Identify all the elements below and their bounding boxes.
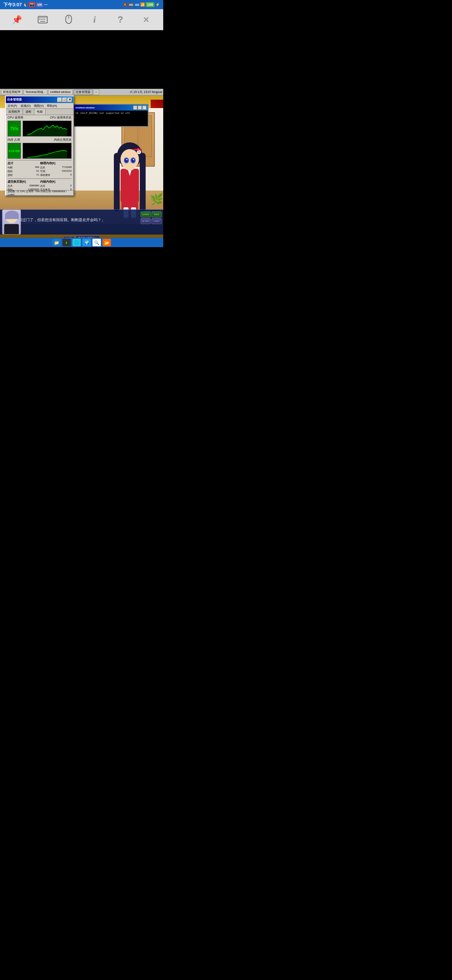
cpu-usage-label: CPU 使用率 <box>8 116 23 120</box>
handles-label: 句柄 <box>8 166 13 170</box>
tab-applications[interactable]: 应用程序 <box>6 109 23 115</box>
svg-point-27 <box>125 164 135 170</box>
taskbar-all-apps[interactable]: 所有应用程序 <box>1 89 23 95</box>
available-mem-row: 可用 2323216 <box>40 170 72 173</box>
folder-app-icon[interactable]: 📂 <box>103 239 111 246</box>
load-button[interactable]: LOAD <box>152 218 162 224</box>
tm-close[interactable]: ✕ <box>67 98 72 102</box>
terminal-maximize[interactable]: □ <box>138 106 142 110</box>
mem-usage-row: 6.28 MB <box>6 142 73 160</box>
taskbar-terminal[interactable]: Terminal 终端 - <box>23 89 47 95</box>
dialogue-buttons: QSAVE SAVE QLOAD LOAD <box>141 211 162 224</box>
help-button[interactable]: ? <box>113 12 128 27</box>
sys-cache-row: 系统缓存 0 <box>40 173 72 177</box>
tm-stats-section: 总计 句柄 499 线程 51 进程 11 物理内存(K) <box>6 161 73 178</box>
tm-maximize[interactable]: □ <box>62 98 67 102</box>
tm-minimize[interactable]: _ <box>57 98 62 102</box>
svg-rect-8 <box>42 19 44 20</box>
task-manager-statusbar: 进程数: 11 CPU 占用率: 75% 内存占用: 6586880KB / 1… <box>6 190 73 195</box>
svg-rect-13 <box>68 16 69 18</box>
vn-scene: 🌿 <box>0 95 163 247</box>
close-button[interactable]: ✕ <box>139 12 154 27</box>
svg-rect-5 <box>46 17 46 18</box>
keyboard-button[interactable] <box>35 12 50 27</box>
linux-icon: 🐧 <box>23 3 28 7</box>
status-left: 下午3:07 🐧 📷 VR ··· <box>3 2 48 8</box>
terminal-app-icon[interactable]: ▮ <box>62 239 71 246</box>
status-bar: 下午3:07 🐧 📷 VR ··· 🔕 HD 4G 📶 100 ⚡ <box>0 0 163 9</box>
kernel-total-value: 0 <box>70 184 72 188</box>
plant-decoration: 🌿 <box>150 193 163 205</box>
kernel-total-label: 总共 <box>40 184 45 188</box>
mem-history-label: 内存占用历史 <box>54 138 72 142</box>
cpu-usage-indicator: 75% <box>8 121 21 137</box>
mem-mb-value: 6.28 MB <box>9 150 20 152</box>
taskbar-untitled[interactable]: Untitled window <box>48 89 73 95</box>
browser-app-icon[interactable]: 🌐 <box>72 239 81 246</box>
globe-app-icon[interactable]: 🌍 <box>82 239 91 246</box>
terminal-titlebar: Untitled window _ □ ✕ <box>74 105 148 111</box>
hd-icon: HD <box>128 3 134 7</box>
kernel-total-row: 总共 0 <box>40 184 72 188</box>
task-manager-tabs: 应用程序 进程 性能 <box>6 109 73 115</box>
4g-icon: 4G <box>135 3 139 7</box>
vr-icon: VR <box>36 3 43 7</box>
status-right: 🔕 HD 4G 📶 100 ⚡ <box>123 2 160 7</box>
save-button[interactable]: SAVE <box>152 211 162 217</box>
dialogue-box: 🔊 冬弦 「哦，我敲过门了，但若您没有回应我。刚刚是在开会吗？」 QSAVE S… <box>0 209 163 235</box>
svg-point-28 <box>137 148 139 151</box>
cpu-usage-row: 75% <box>6 120 73 137</box>
handles-value: 499 <box>35 166 39 170</box>
search-app-icon[interactable]: 🔍 <box>92 239 101 246</box>
black-area-top <box>0 30 163 89</box>
info-button[interactable]: i <box>87 12 102 27</box>
qload-button[interactable]: QLOAD <box>141 218 151 224</box>
svg-rect-9 <box>44 19 45 20</box>
tab-performance[interactable]: 性能 <box>34 109 46 115</box>
signal-icon: 📶 <box>140 3 145 7</box>
menu-help[interactable]: 帮助(H) <box>47 104 57 108</box>
commit-header: 虚交换页面(K) <box>8 180 39 184</box>
time-display: 下午3:07 <box>3 2 22 8</box>
statusbar-text: 进程数: 11 CPU 占用率: 75% 内存占用: 6586880KB / 1… <box>8 190 72 196</box>
processes-value: 11 <box>36 173 39 177</box>
qsave-button[interactable]: QSAVE <box>141 211 151 217</box>
svg-rect-16 <box>114 153 120 211</box>
desktop-area: 所有应用程序 Terminal 终端 - Untitled window 任务管… <box>0 89 163 247</box>
more-icon: ··· <box>44 3 47 7</box>
charge-icon: ⚡ <box>155 3 160 7</box>
svg-rect-10 <box>40 21 45 22</box>
terminal-close[interactable]: ✕ <box>142 106 146 110</box>
task-manager-title: 任务管理器 <box>7 98 22 102</box>
svg-rect-6 <box>39 19 40 20</box>
commit-total-row: 总共 6586880 <box>8 184 39 188</box>
stats-divider2 <box>8 178 72 179</box>
pin-button[interactable]: 📌 <box>10 12 25 27</box>
terminal-minimize[interactable]: _ <box>133 106 137 110</box>
processes-row: 进程 11 <box>8 173 39 177</box>
task-manager-menubar: 文件(F) 选项(O) 视图(V) 帮助(H) <box>6 103 73 109</box>
desktop-taskbar-bottom: 📁 ▮ 🌐 🌍 🔍 📂 <box>0 238 163 247</box>
task-manager-window[interactable]: 任务管理器 _ □ ✕ 文件(F) 选项(O) 视图(V) 帮助(H) 应用程序… <box>5 95 74 196</box>
dlg-btn-row2: QLOAD LOAD <box>141 218 162 224</box>
commit-total-label: 总共 <box>8 184 13 188</box>
svg-point-26 <box>138 151 140 153</box>
camera-icon: 📷 <box>29 2 35 7</box>
taskbar-extra[interactable]: □ <box>93 89 99 95</box>
threads-value: 51 <box>36 170 39 173</box>
no-bell-icon: 🔕 <box>123 3 127 7</box>
total-mem-label: 总共 <box>40 166 45 170</box>
svg-rect-2 <box>41 17 42 18</box>
menu-options[interactable]: 选项(O) <box>21 104 31 108</box>
files-app-icon[interactable]: 📁 <box>52 239 61 246</box>
terminal-window[interactable]: Untitled window _ □ ✕ 14 (GCLP_HICON) no… <box>73 104 149 127</box>
taskbar-task-manager[interactable]: 任务管理器 <box>74 89 92 95</box>
menu-file[interactable]: 文件(F) <box>8 104 17 108</box>
avatar-body <box>4 224 19 235</box>
processes-label: 进程 <box>8 173 13 177</box>
tab-processes[interactable]: 进程 <box>23 109 34 115</box>
threads-row: 线程 51 <box>8 170 39 173</box>
mouse-button[interactable] <box>61 12 76 27</box>
svg-rect-7 <box>41 19 42 20</box>
menu-view[interactable]: 视图(V) <box>34 104 44 108</box>
